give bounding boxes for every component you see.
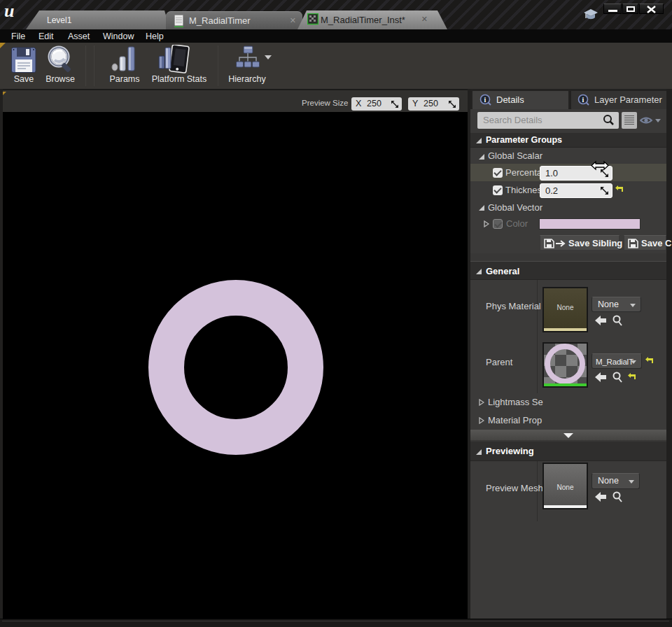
svg-text:i: i — [582, 96, 584, 104]
svg-text:i: i — [484, 96, 486, 104]
